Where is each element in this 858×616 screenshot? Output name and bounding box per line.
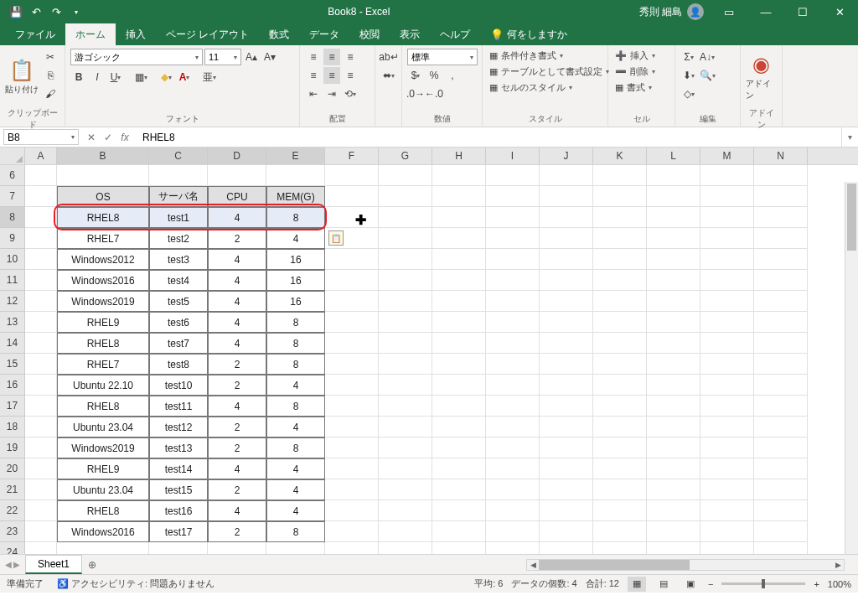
expand-formula-icon[interactable]: ▾ xyxy=(841,127,858,147)
cell[interactable] xyxy=(379,500,432,521)
redo-icon[interactable]: ↷ xyxy=(47,3,65,21)
cell[interactable] xyxy=(754,458,808,479)
delete-cells-button[interactable]: ➖削除▾ xyxy=(613,65,657,79)
increase-indent-icon[interactable]: ⇥ xyxy=(323,85,340,102)
column-header[interactable]: N xyxy=(754,148,808,164)
cell[interactable]: test15 xyxy=(149,479,208,500)
cell[interactable] xyxy=(325,207,379,228)
cell[interactable] xyxy=(700,165,754,186)
cell[interactable] xyxy=(593,500,647,521)
cell[interactable] xyxy=(325,333,379,354)
cell[interactable] xyxy=(647,458,700,479)
row-header[interactable]: 12 xyxy=(0,291,25,312)
column-header[interactable]: F xyxy=(325,148,379,164)
formula-input[interactable] xyxy=(137,127,841,147)
cell[interactable] xyxy=(700,291,754,312)
cell[interactable] xyxy=(432,437,486,458)
cell[interactable] xyxy=(647,186,700,207)
cell[interactable] xyxy=(486,500,540,521)
cell[interactable] xyxy=(25,291,57,312)
cell[interactable] xyxy=(647,479,700,500)
cell[interactable]: Windows2019 xyxy=(57,291,149,312)
cell[interactable] xyxy=(379,375,432,396)
cell[interactable]: 2 xyxy=(208,437,266,458)
cell[interactable]: Windows2016 xyxy=(57,521,149,542)
cell[interactable] xyxy=(593,207,647,228)
increase-decimal-icon[interactable]: .0→ xyxy=(407,85,424,102)
cell[interactable]: 4 xyxy=(266,417,325,437)
cell[interactable] xyxy=(754,437,808,458)
tab-page-layout[interactable]: ページ レイアウト xyxy=(156,23,259,45)
cell[interactable] xyxy=(540,375,593,396)
cell[interactable] xyxy=(700,228,754,249)
insert-cells-button[interactable]: ➕挿入▾ xyxy=(613,49,657,63)
cell[interactable] xyxy=(540,500,593,521)
cell[interactable]: 4 xyxy=(208,500,266,521)
cell[interactable] xyxy=(700,354,754,375)
cell[interactable] xyxy=(325,249,379,270)
cell[interactable] xyxy=(325,437,379,458)
find-icon[interactable]: 🔍▾ xyxy=(699,67,716,84)
prev-sheet-icon[interactable]: ◀ xyxy=(5,560,12,569)
cell[interactable]: 4 xyxy=(208,312,266,333)
cell[interactable] xyxy=(593,542,647,554)
addins-button[interactable]: ◉ アドイン xyxy=(746,49,777,106)
cell[interactable] xyxy=(540,228,593,249)
cell[interactable]: 4 xyxy=(266,458,325,479)
paste-button[interactable]: 📋 貼り付け xyxy=(5,49,39,106)
cell[interactable] xyxy=(379,228,432,249)
row-header[interactable]: 18 xyxy=(0,417,25,437)
tab-review[interactable]: 校閲 xyxy=(349,23,390,45)
cell[interactable] xyxy=(208,542,266,554)
cell[interactable] xyxy=(486,479,540,500)
cell[interactable] xyxy=(432,479,486,500)
cell[interactable]: RHEL8 xyxy=(57,396,149,417)
cell[interactable] xyxy=(25,312,57,333)
undo-icon[interactable]: ↶ xyxy=(27,3,45,21)
cell[interactable] xyxy=(25,333,57,354)
column-header[interactable]: H xyxy=(432,148,486,164)
font-color-icon[interactable]: A▾ xyxy=(176,69,193,85)
column-header[interactable]: L xyxy=(647,148,700,164)
cell[interactable] xyxy=(379,521,432,542)
tab-help[interactable]: ヘルプ xyxy=(430,23,480,45)
vertical-scrollbar[interactable] xyxy=(845,182,858,554)
cell[interactable] xyxy=(540,312,593,333)
sort-filter-icon[interactable]: A↓▾ xyxy=(699,49,716,65)
cell[interactable] xyxy=(432,521,486,542)
align-center-icon[interactable]: ≡ xyxy=(323,67,340,84)
cell[interactable]: test10 xyxy=(149,375,208,396)
cell[interactable] xyxy=(700,375,754,396)
cell[interactable] xyxy=(593,165,647,186)
cell[interactable] xyxy=(379,396,432,417)
column-header[interactable]: J xyxy=(540,148,593,164)
cell[interactable] xyxy=(540,249,593,270)
cell[interactable]: 4 xyxy=(266,479,325,500)
cell[interactable]: 2 xyxy=(208,228,266,249)
decrease-indent-icon[interactable]: ⇤ xyxy=(305,85,322,102)
cell[interactable] xyxy=(593,521,647,542)
cell[interactable]: 4 xyxy=(266,228,325,249)
cell[interactable] xyxy=(25,270,57,291)
cell[interactable] xyxy=(540,417,593,437)
cell[interactable] xyxy=(57,542,149,554)
cell[interactable] xyxy=(540,458,593,479)
column-header[interactable]: C xyxy=(149,148,208,164)
cell[interactable] xyxy=(647,249,700,270)
cell[interactable]: 4 xyxy=(208,458,266,479)
cell[interactable] xyxy=(540,542,593,554)
number-format-select[interactable]: 標準▾ xyxy=(407,49,478,65)
cell[interactable] xyxy=(593,437,647,458)
cell[interactable] xyxy=(540,437,593,458)
cell[interactable] xyxy=(325,375,379,396)
cell[interactable] xyxy=(379,437,432,458)
tab-insert[interactable]: 挿入 xyxy=(116,23,156,45)
cell[interactable]: RHEL7 xyxy=(57,228,149,249)
cell[interactable] xyxy=(700,521,754,542)
cell[interactable] xyxy=(647,396,700,417)
cell[interactable]: test7 xyxy=(149,333,208,354)
cell[interactable] xyxy=(325,542,379,554)
increase-font-icon[interactable]: A▴ xyxy=(243,49,260,65)
scrollbar-thumb[interactable] xyxy=(539,560,690,570)
font-name-select[interactable]: 游ゴシック▾ xyxy=(70,49,203,65)
